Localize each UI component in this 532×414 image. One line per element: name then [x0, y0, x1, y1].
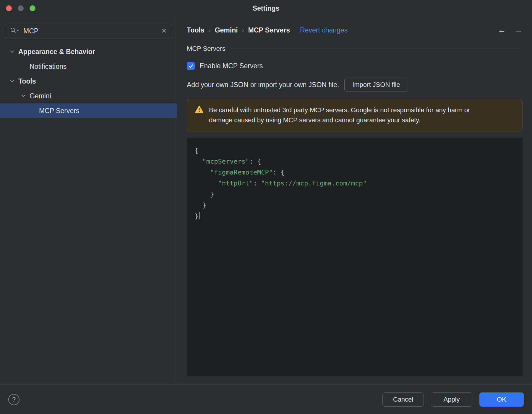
breadcrumb-separator: ›	[209, 27, 211, 34]
search-icon[interactable]	[10, 27, 20, 35]
code-line: "httpUrl": "https://mcp.figma.com/mcp"	[194, 178, 517, 189]
zoom-window-button[interactable]	[30, 5, 35, 11]
window-title: Settings	[253, 4, 280, 12]
clear-search-icon[interactable]: ✕	[160, 27, 168, 35]
ok-button[interactable]: OK	[479, 392, 524, 407]
sidebar-item-notifications[interactable]: Notifications	[0, 59, 177, 74]
chevron-down-icon[interactable]	[9, 48, 15, 55]
section-divider	[231, 49, 523, 49]
cancel-button[interactable]: Cancel	[382, 392, 424, 407]
settings-window: Settings ✕	[0, 0, 532, 414]
enable-mcp-servers-checkbox-row[interactable]: Enable MCP Servers	[187, 62, 523, 70]
sidebar-item-tools[interactable]: Tools	[0, 74, 177, 89]
checkbox-label: Enable MCP Servers	[200, 62, 263, 70]
search-input[interactable]	[23, 27, 157, 35]
sidebar-item-gemini[interactable]: Gemini	[0, 89, 177, 103]
revert-changes-link[interactable]: Revert changes	[300, 26, 348, 34]
back-arrow-icon[interactable]: ←	[498, 26, 506, 35]
code-line: {	[194, 145, 517, 156]
import-instruction-text: Add your own JSON or import your own JSO…	[187, 81, 339, 89]
code-line: }	[194, 200, 517, 211]
breadcrumb-gemini[interactable]: Gemini	[215, 26, 238, 34]
breadcrumb-mcp-servers[interactable]: MCP Servers	[248, 26, 290, 34]
import-json-file-button[interactable]: Import JSON file	[344, 78, 408, 92]
help-button[interactable]: ?	[8, 394, 20, 405]
text-caret	[199, 212, 200, 219]
section-header: MCP Servers	[187, 45, 523, 53]
code-line: }	[194, 211, 517, 221]
settings-search-field[interactable]: ✕	[5, 24, 172, 38]
chevron-down-icon[interactable]	[20, 93, 27, 99]
checkbox-checked-icon[interactable]	[187, 62, 195, 70]
sidebar-item-mcp-servers[interactable]: MCP Servers	[0, 103, 177, 118]
tree-item-label: Notifications	[30, 63, 66, 71]
sidebar-item-appearance-behavior[interactable]: Appearance & Behavior	[0, 44, 177, 59]
traffic-lights	[6, 0, 35, 17]
code-editor[interactable]: { "mcpServers": { "figmaRemoteMCP": { "h…	[187, 138, 523, 376]
section-title: MCP Servers	[187, 45, 225, 53]
titlebar: Settings	[0, 0, 532, 17]
breadcrumb-tools[interactable]: Tools	[187, 26, 205, 34]
settings-sidebar: ✕ Appearance & Behavior Notifications To	[0, 17, 177, 384]
warning-text: Be careful with untrusted 3rd party MCP …	[209, 105, 490, 125]
footer-bar: ? Cancel Apply OK	[0, 384, 532, 414]
breadcrumb: Tools › Gemini › MCP Servers Revert chan…	[187, 24, 523, 36]
tree-item-label: Tools	[18, 77, 36, 85]
tree-item-label: Appearance & Behavior	[18, 48, 95, 56]
warning-triangle-icon	[195, 105, 204, 115]
code-line: "figmaRemoteMCP": {	[194, 167, 517, 178]
code-line: "mcpServers": {	[194, 156, 517, 167]
settings-content: Tools › Gemini › MCP Servers Revert chan…	[177, 17, 532, 384]
tree-item-label: MCP Servers	[39, 107, 79, 115]
minimize-window-button[interactable]	[18, 5, 24, 11]
code-line: }	[194, 189, 517, 200]
settings-tree: Appearance & Behavior Notifications Tool…	[0, 44, 177, 118]
chevron-down-icon[interactable]	[9, 78, 15, 84]
import-row: Add your own JSON or import your own JSO…	[187, 78, 523, 92]
breadcrumb-separator: ›	[242, 27, 244, 34]
forward-arrow-icon[interactable]: →	[515, 26, 523, 35]
warning-banner: Be careful with untrusted 3rd party MCP …	[187, 99, 523, 131]
footer-buttons: Cancel Apply OK	[382, 392, 524, 407]
apply-button[interactable]: Apply	[431, 392, 472, 407]
close-window-button[interactable]	[6, 5, 12, 11]
tree-item-label: Gemini	[30, 92, 51, 100]
